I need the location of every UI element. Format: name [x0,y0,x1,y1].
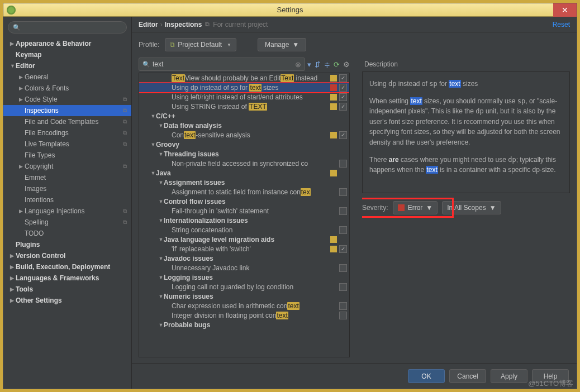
sidebar-item[interactable]: Keymap [3,49,131,60]
inspection-category[interactable]: ▼Java language level migration aids [139,235,349,244]
severity-combo[interactable]: Error ▼ [393,201,438,214]
sidebar-item[interactable]: Inspections⧉ [3,105,131,116]
filter-icon[interactable]: ▾ [307,60,311,69]
watermark: @51CTO博客 [528,379,573,389]
inspection-category[interactable]: ▼Probable bugs [139,320,349,329]
inspection-item[interactable]: Fall-through in 'switch' statement [139,206,349,216]
close-button[interactable]: ✕ [553,3,577,17]
inspection-item[interactable]: Integer division in floating point conte… [139,310,349,320]
inspection-checkbox[interactable] [339,103,347,111]
inspection-category[interactable]: ▼Groovy [139,140,349,149]
sidebar-item[interactable]: ▼Editor [3,60,131,71]
severity-label: Severity: [362,204,388,212]
inspection-checkbox[interactable] [339,160,347,168]
inspection-checkbox[interactable] [339,245,347,253]
inspection-item[interactable]: Char expression used in arithmetic conte… [139,301,349,310]
inspection-item[interactable]: Non-private field accessed in synchroniz… [139,159,349,168]
cancel-button[interactable]: Cancel [449,369,486,383]
sidebar-item[interactable]: Live Templates⧉ [3,138,131,150]
sidebar-item[interactable]: ▶Build, Execution, Deployment [3,261,131,273]
expand-icon[interactable]: ⇵ [315,60,321,69]
inspection-checkbox[interactable] [339,74,347,82]
project-icon: ⧉ [205,21,210,28]
sidebar-item[interactable]: ▶Colors & Fonts [3,83,131,94]
gear-icon[interactable]: ⚙ [343,60,350,69]
sidebar-item[interactable]: ▶Languages & Frameworks [3,273,131,284]
inspection-checkbox[interactable] [339,264,347,272]
scope-value: In All Scopes [447,204,486,212]
reset-link[interactable]: Reset [553,21,570,28]
ok-button[interactable]: OK [408,369,445,383]
sidebar-item[interactable]: Spelling⧉ [3,217,131,228]
inspection-item[interactable]: Logging call not guarded by log conditio… [139,282,349,291]
inspection-category[interactable]: ▼Assignment issues [139,178,349,187]
sidebar-item[interactable]: ▶Tools [3,284,131,295]
inspection-item[interactable]: Assignment to static field from instance… [139,187,349,197]
inspection-checkbox[interactable] [339,188,347,196]
inspection-category[interactable]: ▼Threading issues [139,149,349,159]
scope-combo[interactable]: In All Scopes ▼ [442,201,501,214]
inspection-category[interactable]: ▼Logging issues [139,273,349,282]
sidebar-item[interactable]: Emmet [3,172,131,183]
sidebar-item[interactable]: ▶Code Style⧉ [3,94,131,105]
profile-label: Profile: [139,41,159,49]
inspection-checkbox[interactable] [339,302,347,310]
inspection-item[interactable]: Context-sensitive analysis [139,130,349,140]
inspection-checkbox[interactable] [339,131,347,139]
clear-icon[interactable]: ⊗ [295,60,301,69]
breadcrumb-scope: For current project [213,21,268,28]
sidebar-item[interactable]: File Types [3,150,131,161]
inspection-checkbox[interactable] [339,84,347,92]
inspection-category[interactable]: ▼Internationalization issues [139,216,349,225]
search-icon: 🔍 [13,24,21,31]
reset-icon[interactable]: ⟳ [334,60,340,69]
sidebar-item[interactable]: File Encodings⧉ [3,127,131,138]
sidebar-item[interactable]: ▶Copyright⧉ [3,161,131,172]
inspection-item[interactable]: Using left/right instead of start/end at… [139,92,349,102]
settings-tree[interactable]: ▶Appearance & BehaviorKeymap▼Editor▶Gene… [3,38,131,389]
inspection-checkbox[interactable] [339,93,347,101]
inspection-category[interactable]: ▼C/C++ [139,111,349,121]
collapse-icon[interactable]: ≑ [324,60,330,69]
inspection-search-input[interactable]: 🔍 text ⊗ [139,58,305,71]
inspection-checkbox[interactable] [339,312,347,319]
breadcrumb-a: Editor [139,21,158,28]
inspection-category[interactable]: ▼Control flow issues [139,197,349,206]
chevron-down-icon: ▼ [489,204,496,212]
apply-button[interactable]: Apply [491,369,527,383]
sidebar-item[interactable]: TODO [3,228,131,239]
sidebar-item[interactable]: ▶Version Control [3,250,131,261]
severity-color-swatch [398,204,405,211]
splitter[interactable] [354,57,358,357]
chevron-down-icon: ▼ [426,204,432,212]
sidebar-item[interactable]: Plugins [3,239,131,250]
sidebar-item[interactable]: ▶Language Injections⧉ [3,205,131,217]
inspection-item[interactable]: Using dp instead of sp for text sizes [139,83,349,92]
sidebar-item[interactable]: ▶General [3,71,131,83]
inspection-item[interactable]: Unnecessary Javadoc link [139,263,349,273]
inspection-checkbox[interactable] [339,226,347,234]
severity-value: Error [408,204,423,212]
desc-p1: When setting text sizes, you should norm… [369,96,563,148]
inspection-tree[interactable]: TextView should probably be an EditText … [139,73,350,357]
manage-button[interactable]: Manage ▼ [258,38,306,51]
profile-combo[interactable]: ⧉ Project Default ▼ [165,38,236,51]
inspection-category[interactable]: ▼Javadoc issues [139,254,349,263]
profile-value: Project Default [178,41,222,49]
inspection-checkbox[interactable] [339,207,347,215]
inspection-checkbox[interactable] [339,283,347,291]
sidebar-item[interactable]: ▶Appearance & Behavior [3,38,131,49]
sidebar-item[interactable]: Images [3,183,131,194]
titlebar: Settings ✕ [3,3,577,17]
sidebar-search[interactable]: 🔍 [8,21,127,34]
inspection-item[interactable]: Using STRING instead of TEXT [139,102,349,111]
sidebar-item[interactable]: ▶Other Settings [3,295,131,306]
inspection-category[interactable]: ▼Data flow analysis [139,121,349,130]
sidebar-item[interactable]: Intentions [3,194,131,205]
sidebar-item[interactable]: File and Code Templates⧉ [3,116,131,127]
inspection-item[interactable]: TextView should probably be an EditText … [139,73,349,83]
inspection-item[interactable]: String concatenation [139,225,349,235]
inspection-category[interactable]: ▼Java [139,168,349,178]
inspection-item[interactable]: 'if' replaceable with 'switch' [139,244,349,254]
inspection-category[interactable]: ▼Numeric issues [139,291,349,301]
